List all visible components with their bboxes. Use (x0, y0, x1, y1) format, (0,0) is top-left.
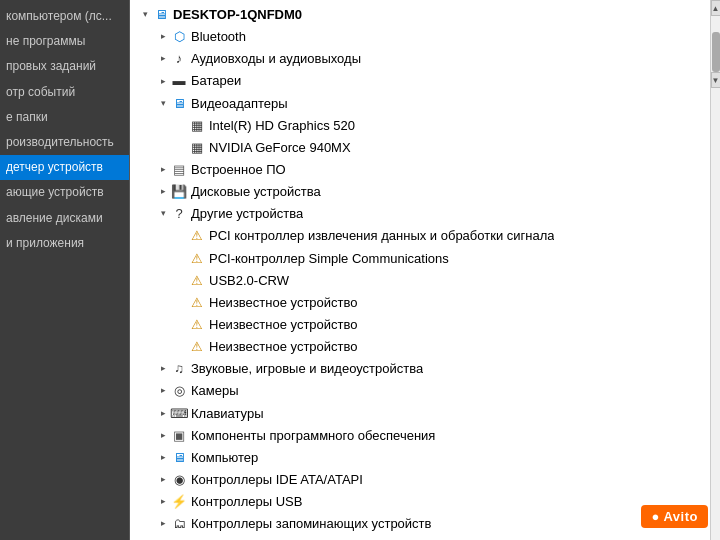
device-label: Мониторы (191, 536, 253, 540)
sidebar-item[interactable]: не программы (0, 29, 129, 54)
scrollbar[interactable]: ▲ ▼ (710, 0, 720, 540)
device-label: Дисковые устройства (191, 182, 321, 202)
chevron-icon (174, 296, 188, 310)
tree-node-audio[interactable]: ♪Аудиовходы и аудиовыходы (138, 48, 702, 70)
device-icon: ? (170, 205, 188, 223)
tree-node-storage[interactable]: 🗂Контроллеры запоминающих устройств (138, 513, 702, 535)
device-label: Компоненты программного обеспечения (191, 426, 435, 446)
tree-node-pci1[interactable]: ⚠PCI контроллер извлечения данных и обра… (138, 225, 702, 247)
tree-node-disks[interactable]: 💾Дисковые устройства (138, 181, 702, 203)
chevron-icon (138, 8, 152, 22)
chevron-icon (174, 141, 188, 155)
device-icon: ♪ (170, 50, 188, 68)
tree-node-pci2[interactable]: ⚠PCI-контроллер Simple Communications (138, 248, 702, 270)
tree-node-unknown3[interactable]: ⚠Неизвестное устройство (138, 336, 702, 358)
scrollbar-down-button[interactable]: ▼ (711, 72, 721, 88)
tree-node-usbctrl[interactable]: ⚡Контроллеры USB (138, 491, 702, 513)
sidebar-item[interactable]: роизводительность (0, 130, 129, 155)
device-label: NVIDIA GeForce 940MX (209, 138, 351, 158)
tree-node-gpu1[interactable]: ▦Intel(R) HD Graphics 520 (138, 115, 702, 137)
device-label: Камеры (191, 381, 239, 401)
chevron-icon (156, 451, 170, 465)
chevron-icon (156, 52, 170, 66)
device-icon: ▬ (170, 72, 188, 90)
chevron-icon (156, 30, 170, 44)
main-content: 🖥DESKTOP-1QNFDM0⬡Bluetooth♪Аудиовходы и … (130, 0, 710, 540)
device-icon: ◉ (170, 471, 188, 489)
tree-node-ide[interactable]: ◉Контроллеры IDE ATA/ATAPI (138, 469, 702, 491)
chevron-icon (156, 362, 170, 376)
sidebar-item[interactable]: детчер устройств (0, 155, 129, 180)
sidebar-item[interactable]: авление дисками (0, 206, 129, 231)
device-label: Контроллеры USB (191, 492, 302, 512)
chevron-icon (156, 407, 170, 421)
sidebar-item[interactable]: ающие устройств (0, 180, 129, 205)
device-tree: 🖥DESKTOP-1QNFDM0⬡Bluetooth♪Аудиовходы и … (130, 0, 710, 540)
tree-node-usb2[interactable]: ⚠USB2.0-CRW (138, 270, 702, 292)
device-label: DESKTOP-1QNFDM0 (173, 5, 302, 25)
chevron-icon (174, 274, 188, 288)
chevron-icon (174, 340, 188, 354)
device-icon: ⚠ (188, 227, 206, 245)
chevron-icon (174, 119, 188, 133)
chevron-icon (156, 97, 170, 111)
device-label: PCI контроллер извлечения данных и обраб… (209, 226, 554, 246)
tree-node-gpu2[interactable]: ▦NVIDIA GeForce 940MX (138, 137, 702, 159)
sidebar-item[interactable]: е папки (0, 105, 129, 130)
scrollbar-thumb[interactable] (712, 32, 720, 72)
chevron-icon (174, 318, 188, 332)
device-icon: ♫ (170, 360, 188, 378)
device-icon: ▤ (170, 161, 188, 179)
device-label: Видеоадаптеры (191, 94, 288, 114)
chevron-icon (156, 384, 170, 398)
tree-node-firmware[interactable]: ▤Встроенное ПО (138, 159, 702, 181)
device-label: PCI-контроллер Simple Communications (209, 249, 449, 269)
tree-node-other[interactable]: ?Другие устройства (138, 203, 702, 225)
device-icon: ⌨ (170, 405, 188, 423)
device-label: USB2.0-CRW (209, 271, 289, 291)
scrollbar-up-button[interactable]: ▲ (711, 0, 721, 16)
device-icon: 💾 (170, 183, 188, 201)
tree-node-keyboard[interactable]: ⌨Клавиатуры (138, 403, 702, 425)
screen: компьютером (лс...не программыпровых зад… (0, 0, 720, 540)
tree-node-software[interactable]: ▣Компоненты программного обеспечения (138, 425, 702, 447)
tree-node-display[interactable]: 🖥Видеоадаптеры (138, 93, 702, 115)
chevron-icon (156, 163, 170, 177)
chevron-icon (156, 74, 170, 88)
device-icon: ⚠ (188, 294, 206, 312)
device-icon: ⚠ (188, 272, 206, 290)
tree-node-unknown2[interactable]: ⚠Неизвестное устройство (138, 314, 702, 336)
device-label: Неизвестное устройство (209, 337, 358, 357)
tree-node-desktop[interactable]: 🖥DESKTOP-1QNFDM0 (138, 4, 702, 26)
device-label: Аудиовходы и аудиовыходы (191, 49, 361, 69)
device-icon: 🗂 (170, 515, 188, 533)
sidebar: компьютером (лс...не программыпровых зад… (0, 0, 130, 540)
device-label: Bluetooth (191, 27, 246, 47)
device-label: Клавиатуры (191, 404, 264, 424)
sidebar-item[interactable]: компьютером (лс... (0, 4, 129, 29)
tree-node-camera[interactable]: ◎Камеры (138, 380, 702, 402)
tree-node-monitors[interactable]: 🖥Мониторы (138, 535, 702, 540)
device-icon: ⚠ (188, 338, 206, 356)
device-label: Компьютер (191, 448, 258, 468)
device-icon: ⚡ (170, 493, 188, 511)
device-label: Неизвестное устройство (209, 315, 358, 335)
device-label: Звуковые, игровые и видеоустройства (191, 359, 423, 379)
tree-node-computer[interactable]: 🖥Компьютер (138, 447, 702, 469)
tree-node-battery[interactable]: ▬Батареи (138, 70, 702, 92)
device-icon: ⚠ (188, 316, 206, 334)
chevron-icon (156, 473, 170, 487)
device-icon: ⬡ (170, 28, 188, 46)
chevron-icon (156, 207, 170, 221)
sidebar-item[interactable]: провых заданий (0, 54, 129, 79)
avito-label: Avito (663, 509, 698, 524)
chevron-icon (174, 229, 188, 243)
device-label: Другие устройства (191, 204, 303, 224)
tree-node-bluetooth[interactable]: ⬡Bluetooth (138, 26, 702, 48)
avito-logo-icon: ● (651, 509, 663, 524)
tree-node-unknown1[interactable]: ⚠Неизвестное устройство (138, 292, 702, 314)
tree-node-sound[interactable]: ♫Звуковые, игровые и видеоустройства (138, 358, 702, 380)
device-icon: ▦ (188, 139, 206, 157)
sidebar-item[interactable]: отр событий (0, 80, 129, 105)
sidebar-item[interactable]: и приложения (0, 231, 129, 256)
